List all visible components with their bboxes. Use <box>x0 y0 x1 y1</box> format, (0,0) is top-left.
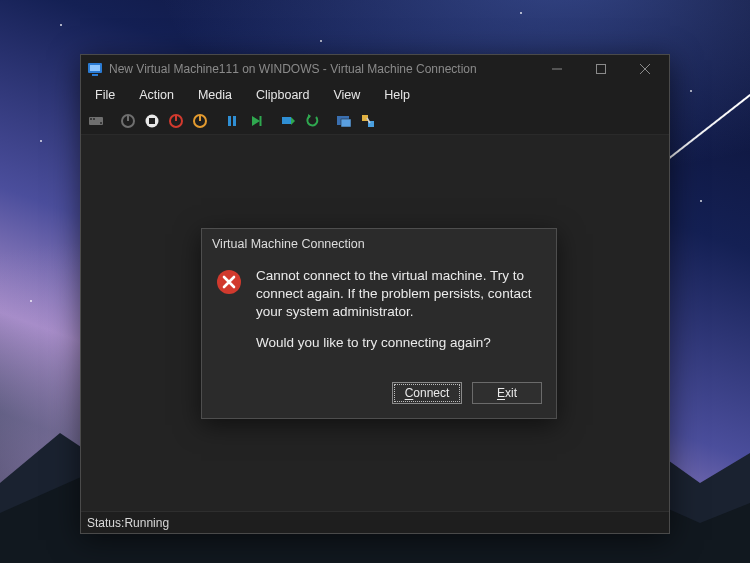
menu-file[interactable]: File <box>85 86 125 104</box>
menu-action[interactable]: Action <box>129 86 184 104</box>
menu-view[interactable]: View <box>323 86 370 104</box>
titlebar[interactable]: New Virtual Machine111 on WINDOWS - Virt… <box>81 55 669 83</box>
reset-icon[interactable] <box>245 110 267 132</box>
svg-rect-17 <box>233 116 236 126</box>
revert-icon[interactable] <box>301 110 323 132</box>
svg-rect-1 <box>90 65 100 71</box>
dialog-title: Virtual Machine Connection <box>202 229 556 259</box>
shutdown-icon[interactable] <box>165 110 187 132</box>
dialog-prompt: Would you like to try connecting again? <box>256 334 538 352</box>
status-label: Status <box>87 516 124 530</box>
maximize-button[interactable] <box>579 55 623 83</box>
turnoff-icon[interactable] <box>141 110 163 132</box>
svg-rect-6 <box>93 118 95 120</box>
error-icon <box>216 267 244 364</box>
window-title: New Virtual Machine111 on WINDOWS - Virt… <box>109 62 535 76</box>
status-value: Running <box>124 516 169 530</box>
svg-rect-5 <box>90 118 92 120</box>
start-icon[interactable] <box>117 110 139 132</box>
svg-rect-16 <box>228 116 231 126</box>
share-icon[interactable] <box>357 110 379 132</box>
checkpoint-icon[interactable] <box>277 110 299 132</box>
toolbar <box>81 107 669 135</box>
vmconnect-window: New Virtual Machine111 on WINDOWS - Virt… <box>80 54 670 534</box>
svg-rect-2 <box>92 74 98 76</box>
connect-button[interactable]: Connect <box>392 382 462 404</box>
save-icon[interactable] <box>189 110 211 132</box>
svg-rect-3 <box>597 65 606 74</box>
menubar: File Action Media Clipboard View Help <box>81 83 669 107</box>
dialog-message: Cannot connect to the virtual machine. T… <box>256 267 538 322</box>
svg-rect-19 <box>282 117 291 124</box>
menu-help[interactable]: Help <box>374 86 420 104</box>
svg-rect-21 <box>341 119 351 127</box>
ctrl-alt-del-icon[interactable] <box>85 110 107 132</box>
menu-media[interactable]: Media <box>188 86 242 104</box>
exit-button[interactable]: Exit <box>472 382 542 404</box>
pause-icon[interactable] <box>221 110 243 132</box>
content-area: Could not connect to 'New Virtual Machin… <box>81 135 669 511</box>
enhanced-session-icon[interactable] <box>333 110 355 132</box>
minimize-button[interactable] <box>535 55 579 83</box>
close-button[interactable] <box>623 55 667 83</box>
statusbar: Status Running <box>81 511 669 533</box>
menu-clipboard[interactable]: Clipboard <box>246 86 320 104</box>
error-dialog: Virtual Machine Connection Cannot connec… <box>201 228 557 419</box>
svg-rect-7 <box>100 122 102 124</box>
dialog-text: Cannot connect to the virtual machine. T… <box>256 267 538 364</box>
app-icon <box>87 61 103 77</box>
svg-rect-11 <box>149 118 155 124</box>
